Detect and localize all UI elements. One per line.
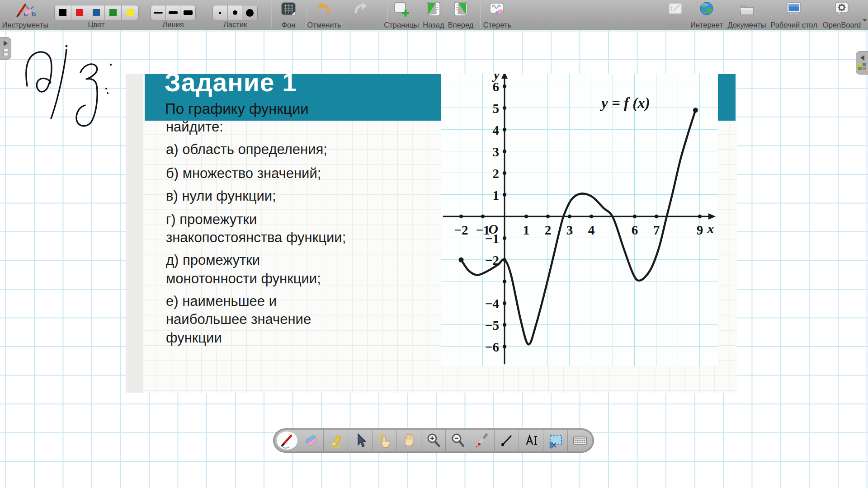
svg-text:x: x xyxy=(707,221,714,236)
task-line: функции xyxy=(166,330,222,346)
svg-text:−2: −2 xyxy=(485,253,499,267)
line-thick-button[interactable] xyxy=(180,5,195,20)
color-black-button[interactable] xyxy=(55,5,71,20)
svg-text:−2: −2 xyxy=(454,223,468,237)
svg-text:3: 3 xyxy=(566,223,573,237)
color-yellow-button[interactable] xyxy=(122,5,138,20)
task-line: г) промежутки xyxy=(166,211,257,228)
page-navigator-tab[interactable] xyxy=(0,37,11,60)
previous-page-icon xyxy=(425,1,442,17)
blue-swatch-icon xyxy=(93,9,100,16)
library-panel-icon xyxy=(858,63,866,70)
graph-picture: −2−11234679654321−1−2−4−5−6Oxyy = f (x) xyxy=(441,74,718,366)
annotate-pen-tool[interactable] xyxy=(275,430,299,451)
color-group-label: Цвет xyxy=(76,20,117,29)
capture-icon xyxy=(547,432,564,449)
handwriting-ink xyxy=(14,41,122,145)
task-line: наибольшее значение xyxy=(166,311,311,328)
zoom-in-tool[interactable] xyxy=(421,430,446,451)
svg-text:1: 1 xyxy=(523,223,530,237)
laser-pointer-tool[interactable] xyxy=(470,430,495,451)
eraser-size-group xyxy=(212,5,258,20)
new-page-icon xyxy=(393,1,410,17)
write-text-tool[interactable] xyxy=(519,430,543,451)
svg-text:1: 1 xyxy=(493,188,500,202)
eraser-large-button[interactable] xyxy=(242,5,257,20)
library-tab[interactable] xyxy=(856,51,868,75)
documents-label: Документы xyxy=(727,21,766,28)
magic-finger-tool[interactable] xyxy=(373,430,397,451)
svg-text:4: 4 xyxy=(588,223,595,237)
whiteboard-canvas[interactable]: Задание 1 По графику функции найдите: а)… xyxy=(0,30,868,488)
zoom-in-icon xyxy=(425,432,442,449)
zoom-out-icon xyxy=(450,432,466,449)
eraser-medium-button[interactable] xyxy=(228,5,243,20)
keyboard-icon xyxy=(572,432,588,449)
board-icon xyxy=(667,1,684,17)
openboard-menu-button[interactable]: OpenBoard xyxy=(820,1,863,29)
svg-text:7: 7 xyxy=(653,223,660,237)
board-mode-label: Доска xyxy=(665,21,686,28)
erase-all-button[interactable]: Стереть xyxy=(477,1,518,29)
svg-text:6: 6 xyxy=(632,223,638,237)
svg-text:−6: −6 xyxy=(485,340,499,354)
desktop-icon xyxy=(785,1,802,17)
svg-text:y: y xyxy=(492,74,500,82)
virtual-keyboard-tool[interactable] xyxy=(568,430,592,451)
line-thin-button[interactable] xyxy=(151,5,166,20)
thin-line-icon xyxy=(154,12,163,14)
eraser-small-button[interactable] xyxy=(213,5,228,20)
erase-all-label: Стереть xyxy=(483,21,511,28)
svg-text:5: 5 xyxy=(493,101,500,116)
medium-line-icon xyxy=(169,11,178,14)
internet-label: Интернет xyxy=(690,21,723,28)
menu-caret-icon[interactable] xyxy=(863,19,867,22)
openboard-menu-label: OpenBoard xyxy=(823,21,861,28)
tools-button[interactable]: Инструменты xyxy=(5,1,46,29)
stylus-toolbar xyxy=(274,429,594,452)
desktop-button[interactable]: Рабочий стол xyxy=(769,1,819,29)
eraser-group-label: Ластик xyxy=(215,20,255,29)
pen-icon xyxy=(279,432,295,449)
redo-button[interactable]: Вернуть xyxy=(340,1,381,29)
draw-line-tool[interactable] xyxy=(495,430,519,451)
svg-text:y = f (x): y = f (x) xyxy=(599,95,650,112)
eraser-icon xyxy=(303,432,320,449)
expand-left-icon xyxy=(860,55,864,61)
task-line: е) наименьшее и xyxy=(166,293,277,310)
top-toolbar: Инструменты Цвет Линия Ластик Фон xyxy=(0,0,868,30)
slide-image[interactable]: Задание 1 По графику функции найдите: а)… xyxy=(126,74,737,393)
redo-icon xyxy=(352,1,368,17)
next-page-button[interactable]: Вперед xyxy=(440,1,481,29)
undo-button[interactable]: Отменить xyxy=(304,1,344,29)
line-medium-button[interactable] xyxy=(166,5,181,20)
scroll-hand-tool[interactable] xyxy=(397,430,421,451)
background-icon xyxy=(280,1,297,17)
task-line: монотонности функции; xyxy=(166,271,321,287)
color-green-button[interactable] xyxy=(105,5,122,20)
pages-panel-icon xyxy=(3,49,8,56)
color-blue-button[interactable] xyxy=(88,5,105,20)
next-page-icon xyxy=(453,1,469,17)
color-red-button[interactable] xyxy=(71,5,88,20)
documents-button[interactable]: Документы xyxy=(726,1,767,29)
erase-annotation-tool[interactable] xyxy=(299,430,324,451)
text-tool-icon xyxy=(523,432,539,449)
undo-label: Отменить xyxy=(307,21,341,28)
internet-button[interactable]: Интернет xyxy=(686,1,727,29)
hand-icon xyxy=(401,432,417,449)
slide-subtitle: По графику функции xyxy=(165,100,309,117)
background-button[interactable]: Фон xyxy=(268,1,309,29)
thick-line-icon xyxy=(184,10,193,15)
small-dot-icon xyxy=(219,12,221,14)
task-line: знакопостоянства функции; xyxy=(166,230,346,246)
capture-area-tool[interactable] xyxy=(543,430,568,451)
tools-icon xyxy=(15,1,36,18)
task-line: б) множество значений; xyxy=(166,165,321,182)
zoom-out-tool[interactable] xyxy=(446,430,470,451)
svg-text:4: 4 xyxy=(493,123,500,137)
svg-text:−5: −5 xyxy=(485,318,499,333)
highlighter-tool[interactable] xyxy=(324,430,348,451)
selector-tool[interactable] xyxy=(348,430,373,451)
cursor-arrow-icon xyxy=(352,432,368,449)
